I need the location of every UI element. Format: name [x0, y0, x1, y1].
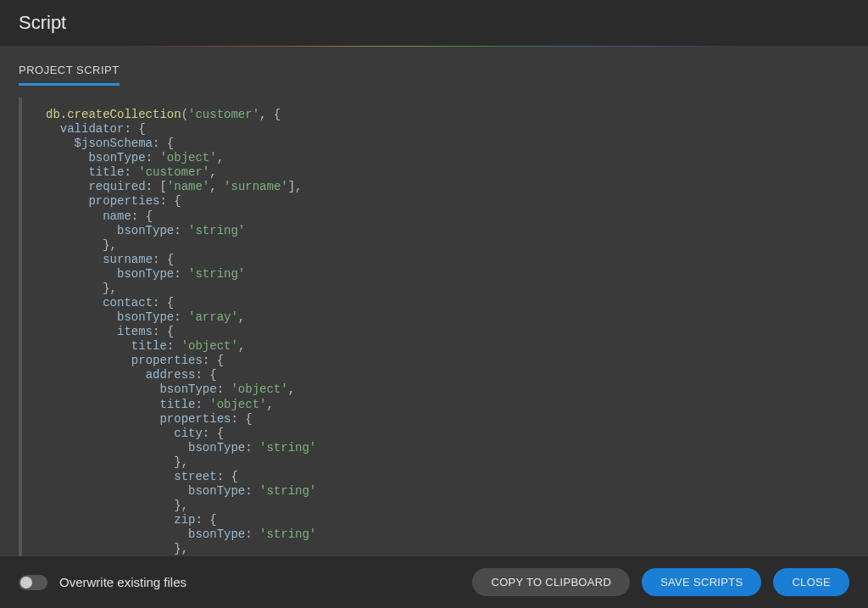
save-scripts-button[interactable]: SAVE SCRIPTS [642, 568, 761, 596]
overwrite-toggle-label: Overwrite existing files [59, 575, 186, 589]
code-line: properties: { [46, 412, 849, 427]
code-line: zip: { [46, 513, 849, 527]
rainbow-divider [0, 46, 868, 47]
code-line: }, [46, 238, 849, 253]
code-line: street: { [46, 470, 849, 484]
close-button[interactable]: CLOSE [773, 568, 849, 596]
code-line: items: { [46, 325, 849, 339]
code-line: properties: { [46, 194, 849, 209]
code-line: required: ['name', 'surname'], [46, 180, 849, 194]
code-line: bsonType: 'string' [46, 267, 849, 282]
code-line: $jsonSchema: { [46, 137, 849, 151]
code-line: contact: { [46, 296, 849, 310]
tab-bar: PROJECT SCRIPT [0, 47, 868, 86]
code-line: }, [46, 542, 849, 556]
code-line: }, [46, 455, 849, 470]
overwrite-toggle[interactable] [19, 575, 47, 590]
code-line: bsonType: 'string' [46, 224, 849, 238]
code-line: address: { [46, 368, 849, 382]
code-line: city: { [46, 427, 849, 441]
code-line: }, [46, 499, 849, 513]
code-line: title: 'object', [46, 339, 849, 354]
code-line: name: { [46, 209, 849, 224]
tab-project-script[interactable]: PROJECT SCRIPT [19, 64, 120, 86]
footer: Overwrite existing files COPY TO CLIPBOA… [0, 556, 868, 608]
code-line: bsonType: 'object', [46, 151, 849, 165]
code-line: title: 'object', [46, 398, 849, 412]
code-line: bsonType: 'string' [46, 484, 849, 499]
code-line: }, [46, 282, 849, 296]
code-line: validator: { [46, 122, 849, 137]
code-line: surname: { [46, 253, 849, 267]
code-line: bsonType: 'string' [46, 441, 849, 455]
code-line: bsonType: 'array', [46, 310, 849, 325]
code-editor[interactable]: db.createCollection('customer', { valida… [19, 98, 849, 556]
copy-to-clipboard-button[interactable]: COPY TO CLIPBOARD [472, 568, 630, 596]
code-line: properties: { [46, 354, 849, 368]
code-line: bsonType: 'object', [46, 382, 849, 397]
code-line: bsonType: 'string' [46, 527, 849, 542]
code-line: title: 'customer', [46, 165, 849, 180]
dialog-title: Script [0, 0, 868, 46]
code-line: db.createCollection('customer', { [46, 108, 849, 122]
toggle-knob [20, 577, 32, 588]
